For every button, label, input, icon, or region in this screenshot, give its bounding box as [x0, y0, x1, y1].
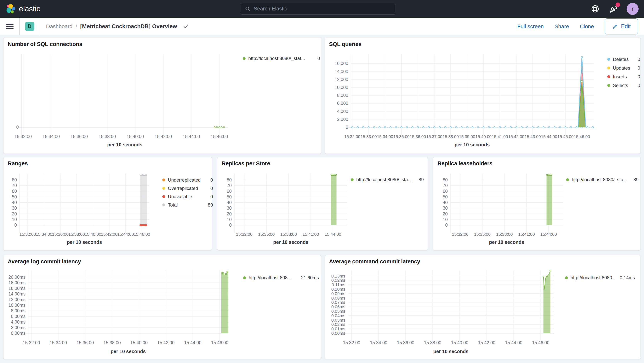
svg-text:15:37:00: 15:37:00	[426, 134, 442, 139]
svg-text:6.00ms: 6.00ms	[11, 314, 26, 319]
svg-text:12,000: 12,000	[335, 77, 348, 82]
svg-text:8.00ms: 8.00ms	[11, 308, 26, 313]
svg-text:60: 60	[443, 189, 448, 194]
svg-text:15:44:00: 15:44:00	[541, 134, 557, 139]
legend-dot-icon	[607, 75, 610, 78]
clone-button[interactable]: Clone	[580, 24, 594, 30]
svg-text:per 10 seconds: per 10 seconds	[454, 142, 490, 147]
breadcrumb-dashboard-link[interactable]: Dashboard	[46, 24, 72, 30]
search-input[interactable]	[254, 6, 392, 12]
topbar-icons: r	[590, 0, 644, 18]
help-icon[interactable]	[590, 4, 600, 14]
menu-icon[interactable]	[6, 23, 14, 30]
svg-text:15:46:00: 15:46:00	[532, 340, 550, 345]
legend-value: 0	[208, 186, 213, 191]
legend-item[interactable]: http://localhost:8080/_sta...89	[351, 177, 424, 183]
legend-item[interactable]: http://localhost:808...21.60ms	[243, 275, 319, 281]
legend-item[interactable]: http://localhost:8080/_stat...0	[243, 55, 320, 62]
svg-text:0.02ms: 0.02ms	[331, 322, 345, 327]
legend-dot-icon	[162, 179, 165, 181]
svg-text:10: 10	[227, 217, 232, 222]
svg-text:30: 30	[227, 206, 232, 211]
legend-item[interactable]: Deletes0	[607, 55, 640, 64]
user-avatar[interactable]: r	[626, 3, 638, 15]
svg-text:10,000: 10,000	[335, 85, 348, 90]
svg-text:50: 50	[12, 194, 17, 199]
svg-text:per 10 seconds: per 10 seconds	[489, 239, 524, 245]
legend-item[interactable]: http://localhost:8080/_sta...89	[566, 177, 638, 183]
svg-text:15:38:00: 15:38:00	[443, 134, 459, 139]
svg-text:15:44:00: 15:44:00	[324, 232, 341, 237]
svg-text:6,000: 6,000	[337, 101, 348, 106]
svg-text:0.08ms: 0.08ms	[331, 296, 345, 300]
legend-label: Total	[168, 202, 178, 208]
svg-text:16.00ms: 16.00ms	[8, 286, 26, 291]
legend-item[interactable]: Selects0	[607, 81, 640, 90]
chart-avg-log-commit-latency: 15:32:0015:34:0015:36:0015:38:0015:40:00…	[4, 255, 322, 359]
svg-text:2.00ms: 2.00ms	[11, 325, 26, 330]
legend-value: 89	[416, 177, 424, 182]
svg-text:30: 30	[443, 206, 448, 211]
chart-legend: Underreplicated0Overreplicated0Unavailab…	[162, 176, 213, 209]
svg-text:0.04ms: 0.04ms	[331, 313, 345, 318]
svg-text:20: 20	[12, 211, 17, 216]
legend-item[interactable]: Overreplicated0	[162, 184, 213, 192]
legend-dot-icon	[243, 57, 246, 60]
svg-text:15:42:00: 15:42:00	[101, 232, 118, 237]
legend-value: 0	[635, 65, 640, 71]
svg-text:80: 80	[12, 177, 17, 182]
svg-text:15:38:00: 15:38:00	[496, 232, 513, 237]
svg-text:15:38:00: 15:38:00	[103, 340, 121, 345]
legend-item[interactable]: Inserts0	[607, 72, 640, 81]
legend-label: http://localhost:8080/_sta...	[356, 177, 412, 182]
svg-text:15:36:00: 15:36:00	[76, 340, 94, 345]
divider	[40, 18, 40, 35]
legend-item[interactable]: Total89	[162, 201, 213, 209]
svg-text:80: 80	[227, 177, 232, 182]
full-screen-button[interactable]: Full screen	[517, 24, 544, 30]
panel-ranges: Ranges15:32:0015:34:0015:36:0015:38:0015…	[3, 157, 212, 250]
pencil-icon	[612, 24, 618, 30]
svg-text:0.13ms: 0.13ms	[331, 274, 345, 278]
top-app-bar: elastic	[0, 0, 644, 18]
panel-replicas-per-store: Replicas per Store15:32:0015:35:0015:38:…	[217, 157, 428, 250]
brand-wordmark: elastic	[19, 5, 40, 13]
svg-text:0.00ms: 0.00ms	[331, 331, 345, 336]
chart-replica-leaseholders: 15:32:0015:35:0015:38:0015:41:0015:44:00…	[433, 157, 641, 251]
share-button[interactable]: Share	[554, 24, 569, 30]
legend-value: 0	[208, 194, 213, 199]
svg-text:0.03ms: 0.03ms	[331, 318, 345, 322]
legend-item[interactable]: http://localhost:8080...0.14ms	[565, 275, 635, 281]
breadcrumb-separator: /	[76, 24, 77, 30]
legend-value: 89	[206, 202, 213, 208]
legend-item[interactable]: Unavailable0	[162, 192, 213, 201]
svg-text:0.00ms: 0.00ms	[11, 331, 26, 336]
svg-text:15:44:00: 15:44:00	[182, 134, 200, 139]
svg-text:16,000: 16,000	[335, 61, 348, 66]
edit-button[interactable]: Edit	[605, 18, 638, 35]
elastic-brand[interactable]: elastic	[0, 4, 40, 14]
global-search[interactable]	[241, 3, 395, 15]
legend-item[interactable]: Underreplicated0	[162, 176, 213, 184]
svg-text:30: 30	[12, 206, 17, 211]
legend-value: 0	[635, 74, 640, 80]
space-switcher[interactable]: D	[25, 22, 34, 31]
svg-text:per 10 seconds: per 10 seconds	[107, 142, 142, 147]
svg-text:70: 70	[443, 183, 448, 188]
svg-text:4,000: 4,000	[337, 109, 348, 114]
svg-text:50: 50	[443, 194, 448, 199]
svg-text:60: 60	[227, 189, 232, 194]
svg-text:0.06ms: 0.06ms	[331, 304, 345, 309]
newsfeed-icon[interactable]	[608, 4, 618, 14]
legend-value: 0	[208, 177, 213, 183]
svg-text:per 10 seconds: per 10 seconds	[67, 239, 102, 245]
svg-text:15:34:00: 15:34:00	[36, 232, 52, 237]
svg-text:0.09ms: 0.09ms	[331, 291, 345, 296]
chart-legend: http://localhost:8080...0.14ms	[565, 275, 635, 281]
svg-text:2,000: 2,000	[337, 117, 348, 122]
check-icon	[183, 24, 189, 30]
legend-item[interactable]: Updates0	[607, 64, 640, 72]
svg-text:per 10 seconds: per 10 seconds	[273, 239, 308, 245]
svg-text:15:42:00: 15:42:00	[157, 340, 175, 345]
legend-label: Selects	[613, 83, 628, 88]
